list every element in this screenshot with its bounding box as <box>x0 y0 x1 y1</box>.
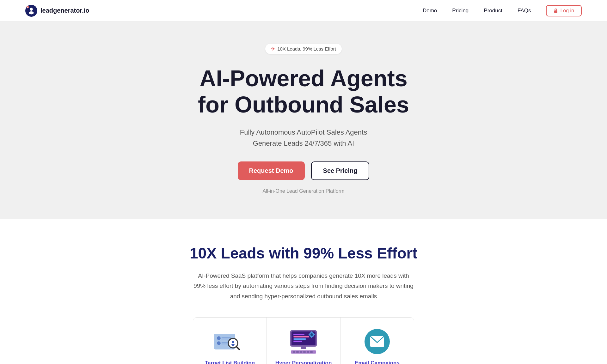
feature-card-target-list: Target List Building <box>193 318 267 364</box>
svg-rect-30 <box>301 347 306 349</box>
hero-subtitle: Fully Autonomous AutoPilot Sales Agents … <box>240 127 367 149</box>
svg-rect-22 <box>293 338 306 340</box>
target-list-icon-wrap <box>214 329 246 354</box>
hero-buttons: Request Demo See Pricing <box>238 161 370 180</box>
features-section: 10X Leads with 99% Less Effort AI-Powere… <box>0 219 607 364</box>
hyper-personalization-icon <box>288 329 319 354</box>
nav-demo[interactable]: Demo <box>423 8 437 14</box>
features-cards: Target List Building <box>193 317 414 364</box>
nav-faqs[interactable]: FAQs <box>518 8 531 14</box>
hero-title-line2: for Outbound Sales <box>198 92 409 117</box>
badge-text: 10X Leads, 99% Less Effort <box>277 46 336 52</box>
login-label: Log in <box>560 8 574 14</box>
svg-line-17 <box>236 346 239 349</box>
hyper-personalization-icon-wrap <box>288 329 319 354</box>
svg-point-10 <box>217 341 221 345</box>
hero-badge: ✈ 10X Leads, 99% Less Effort <box>265 44 342 54</box>
svg-rect-20 <box>293 334 304 335</box>
hero-tagline: All-in-One Lead Generation Platform <box>263 188 345 194</box>
logo[interactable]: leadgenerator.io <box>25 5 89 17</box>
nav-product[interactable]: Product <box>484 8 502 14</box>
feature-card-hyper-personalization: Hyper Personalization <box>267 318 340 364</box>
svg-rect-12 <box>221 344 228 345</box>
svg-rect-8 <box>221 337 231 338</box>
hero-title-line1: AI-Powered Agents <box>199 66 407 91</box>
nav-pricing[interactable]: Pricing <box>452 8 469 14</box>
svg-rect-28 <box>309 334 310 335</box>
svg-rect-9 <box>221 339 228 340</box>
svg-point-2 <box>29 11 34 14</box>
feature-label-hyper-personalization: Hyper Personalization <box>275 360 332 364</box>
svg-point-16 <box>231 344 235 346</box>
svg-rect-37 <box>310 351 313 353</box>
features-description: AI-Powered SaaS platform that helps comp… <box>193 271 414 301</box>
feature-label-target-list: Target List Building <box>205 360 255 364</box>
svg-point-15 <box>232 341 234 343</box>
email-campaigns-icon-wrap <box>361 329 393 354</box>
envelope-icon <box>370 336 384 347</box>
hero-title: AI-Powered Agents for Outbound Sales <box>198 65 409 118</box>
logo-text: leadgenerator.io <box>40 7 89 14</box>
svg-rect-35 <box>303 351 306 353</box>
request-demo-button[interactable]: Request Demo <box>238 161 305 180</box>
login-button[interactable]: Log in <box>546 5 582 16</box>
features-title: 10X Leads with 99% Less Effort <box>190 245 417 262</box>
svg-rect-21 <box>293 336 309 337</box>
svg-rect-26 <box>311 331 312 333</box>
email-campaigns-icon <box>365 329 390 354</box>
svg-rect-33 <box>296 351 299 353</box>
feature-label-email-campaigns: Email Campaigns <box>355 360 400 364</box>
header: leadgenerator.io Demo Pricing Product FA… <box>0 0 607 21</box>
see-pricing-button[interactable]: See Pricing <box>311 161 370 180</box>
svg-point-4 <box>27 6 28 8</box>
svg-rect-32 <box>293 351 295 353</box>
svg-rect-23 <box>293 341 302 342</box>
target-list-icon <box>214 330 246 354</box>
hero-section: ✈ 10X Leads, 99% Less Effort AI-Powered … <box>0 21 607 219</box>
lock-icon <box>554 8 558 13</box>
svg-rect-27 <box>311 337 312 338</box>
svg-rect-34 <box>300 351 302 353</box>
svg-point-25 <box>310 333 313 336</box>
svg-rect-29 <box>314 334 315 335</box>
badge-icon: ✈ <box>271 46 275 52</box>
logo-icon <box>25 5 37 17</box>
svg-rect-36 <box>307 351 309 353</box>
feature-card-email-campaigns: Email Campaigns <box>340 318 414 364</box>
svg-point-1 <box>30 8 33 11</box>
svg-point-7 <box>217 336 221 340</box>
main-nav: Demo Pricing Product FAQs Log in <box>423 5 582 16</box>
hero-subtitle-line1: Fully Autonomous AutoPilot Sales Agents <box>240 128 367 136</box>
svg-rect-5 <box>554 10 557 13</box>
hero-subtitle-line2: Generate Leads 24/7/365 with AI <box>253 139 354 147</box>
